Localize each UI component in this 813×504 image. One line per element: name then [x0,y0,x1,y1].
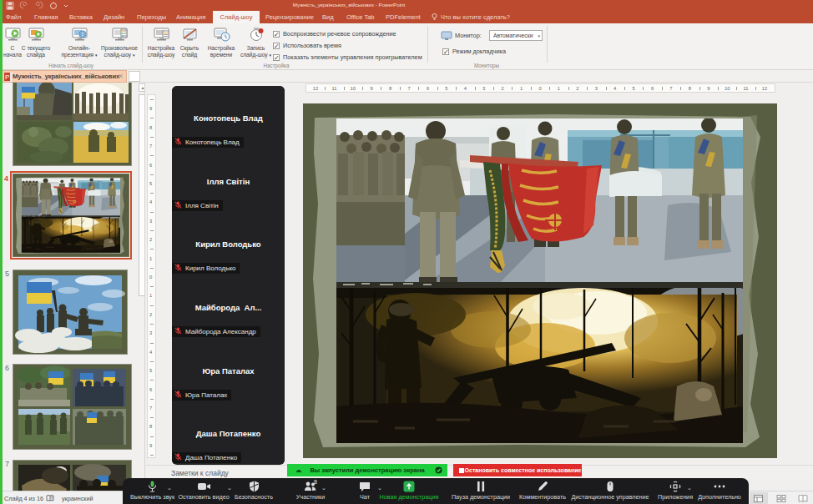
svg-text:P: P [5,73,9,81]
svg-text:?: ? [51,496,53,501]
